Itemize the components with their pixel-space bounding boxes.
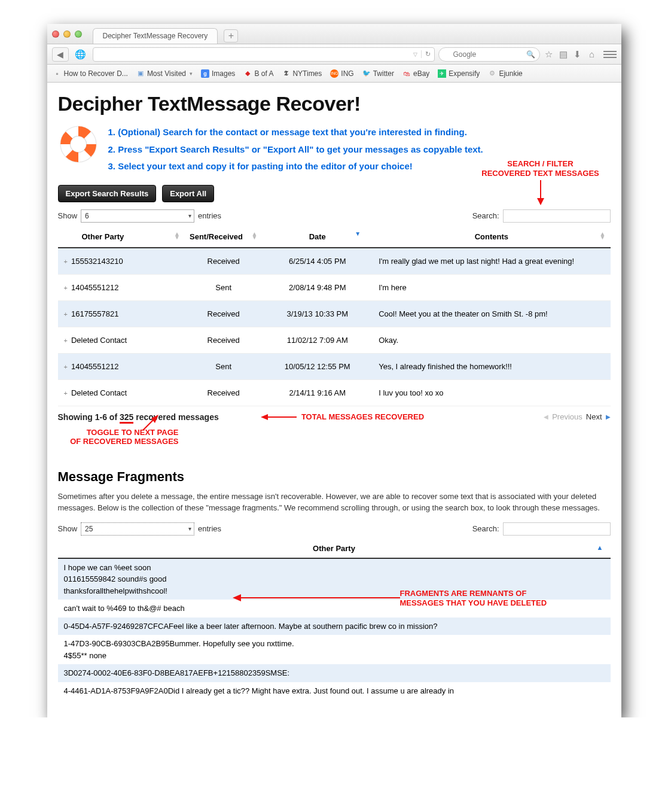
cell-dir: Received <box>185 248 262 275</box>
browser-toolbar: ◀ 🌐 ▽ ↻ g 🔍 ☆ ▤ ⬇ ⌂ <box>47 44 621 65</box>
fragment-cell: 4-4461-AD1A-8753F9A9F2A0Did I already ge… <box>58 682 611 700</box>
entries-label: entries <box>198 524 221 533</box>
reload-icon[interactable]: ↻ <box>421 50 431 58</box>
expand-icon[interactable]: + <box>64 258 68 265</box>
arrow-left-icon: ◀ <box>57 50 63 59</box>
pagination: ◀ Previous Next ▶ <box>544 412 610 421</box>
bookmark-item[interactable]: 🐦Twitter <box>362 69 394 78</box>
dropdown-icon: ▽ <box>413 51 417 57</box>
cell-dir: Received <box>185 300 262 327</box>
next-icon: ▶ <box>606 413 611 420</box>
ing-icon: ING <box>330 69 338 78</box>
bookmark-item[interactable]: 𝕿NYTimes <box>282 69 322 78</box>
url-bar[interactable]: ▽ ↻ <box>93 47 435 62</box>
bookmark-item[interactable]: ✈Expensify <box>438 69 480 78</box>
cell-contents: Yes, I already finished the homework!!! <box>373 353 610 379</box>
export-all-button[interactable]: Export All <box>162 185 214 202</box>
cell-date: 11/02/12 7:09 AM <box>262 327 373 353</box>
svg-marker-5 <box>151 415 158 423</box>
folder-icon: ▣ <box>136 69 145 78</box>
cell-date: 2/08/14 9:48 PM <box>262 274 373 300</box>
cell-contents: Cool! Meet you at the theater on Smith S… <box>373 300 610 327</box>
cell-party: 14045551212 <box>71 283 119 292</box>
bookmarks-bar: ▫How to Recover D... ▣Most Visited▾ gIma… <box>47 65 621 83</box>
chevron-down-icon: ▾ <box>190 71 193 77</box>
expand-icon[interactable]: + <box>64 284 68 291</box>
expand-icon[interactable]: + <box>64 363 68 370</box>
bookmark-item[interactable]: ▫How to Recover D... <box>53 69 128 78</box>
sort-icon: ▼ <box>355 232 361 236</box>
table-row: +Deleted ContactReceived11/02/12 7:09 AM… <box>58 327 611 353</box>
download-icon[interactable]: ⬇ <box>572 49 583 60</box>
cell-dir: Sent <box>185 274 262 300</box>
col-fragment[interactable]: Other Party▲ <box>58 539 611 558</box>
col-sent-received[interactable]: Sent/Received▲▼ <box>185 226 262 248</box>
search-label: Search: <box>472 211 499 220</box>
previous-button[interactable]: Previous <box>552 412 582 421</box>
expand-icon[interactable]: + <box>64 390 68 397</box>
step-1: 1. (Optional) Search for the contact or … <box>108 124 483 141</box>
expand-icon[interactable]: + <box>64 311 68 318</box>
new-tab-button[interactable]: + <box>224 29 238 42</box>
window-titlebar: Decipher TextMessage Recovery + <box>47 24 621 44</box>
browser-search-input[interactable] <box>438 47 540 62</box>
browser-tab[interactable]: Decipher TextMessage Recovery <box>93 28 218 44</box>
cell-party: 14045551212 <box>71 362 119 371</box>
cell-date: 6/25/14 4:05 PM <box>262 248 373 275</box>
fragments-show-select[interactable]: 25 <box>81 522 194 536</box>
step-2: 2. Press "Export Search Results" or "Exp… <box>108 141 483 159</box>
twitter-icon: 🐦 <box>362 69 371 78</box>
tab-title: Decipher TextMessage Recovery <box>103 32 208 40</box>
cell-party: Deleted Contact <box>71 336 127 345</box>
bookmark-item[interactable]: INGING <box>330 69 353 78</box>
bofa-icon: ◆ <box>243 69 252 78</box>
svg-marker-3 <box>261 414 268 420</box>
next-button[interactable]: Next <box>586 412 602 421</box>
export-search-results-button[interactable]: Export Search Results <box>58 185 157 202</box>
col-contents[interactable]: Contents▲▼ <box>373 226 610 248</box>
table-row: +14045551212Sent10/05/12 12:55 PMYes, I … <box>58 353 611 379</box>
messages-search-input[interactable] <box>503 209 611 223</box>
fragments-heading: Message Fragments <box>58 469 611 485</box>
back-button[interactable]: ◀ <box>52 47 69 62</box>
bookmark-item[interactable]: ⚙Ejunkie <box>488 69 522 78</box>
show-entries-select[interactable]: 6 <box>81 209 194 223</box>
cell-date: 2/14/11 9:16 AM <box>262 379 373 406</box>
entries-label: entries <box>198 211 221 220</box>
table-row: +14045551212Sent2/08/14 9:48 PMI'm here <box>58 274 611 300</box>
zoom-window-button[interactable] <box>75 31 82 38</box>
expand-icon[interactable]: + <box>64 337 68 344</box>
sort-icon: ▲▼ <box>251 232 257 239</box>
fragments-search-input[interactable] <box>503 522 611 536</box>
table-row: +Deleted ContactReceived2/14/11 9:16 AMI… <box>58 379 611 406</box>
page-title: Decipher TextMessage Recover! <box>58 92 611 115</box>
annotation-total: TOTAL MESSAGES RECOVERED <box>261 412 424 422</box>
page-icon: ▫ <box>53 69 62 78</box>
bookmark-item[interactable]: ▣Most Visited▾ <box>136 69 193 78</box>
globe-icon[interactable]: 🌐 <box>72 47 89 62</box>
sort-icon: ▲▼ <box>174 232 180 239</box>
step-3: 3. Select your text and copy it for past… <box>108 158 483 175</box>
home-icon[interactable]: ⌂ <box>587 49 597 60</box>
sort-asc-icon: ▲ <box>597 544 603 551</box>
bookmark-item[interactable]: ◆B of A <box>243 69 273 78</box>
bookmark-item[interactable]: 🛍eBay <box>402 69 429 78</box>
col-date[interactable]: Date▼ <box>262 226 373 248</box>
col-other-party[interactable]: Other Party▲▼ <box>58 226 185 248</box>
reader-icon[interactable]: ▤ <box>558 49 569 60</box>
cell-dir: Received <box>185 327 262 353</box>
table-row: 4-4461-AD1A-8753F9A9F2A0Did I already ge… <box>58 682 611 700</box>
cell-dir: Received <box>185 379 262 406</box>
menu-icon[interactable] <box>603 51 617 58</box>
search-icon: 🔍 <box>526 50 535 59</box>
cell-party: 16175557821 <box>71 309 119 318</box>
table-row: 1-47D3-90CB-69303CBA2B95Bummer. Hopefull… <box>58 635 611 664</box>
star-icon[interactable]: ☆ <box>544 49 554 60</box>
minimize-window-button[interactable] <box>63 31 71 38</box>
cell-contents: I'm really glad we met up last night! Ha… <box>373 248 610 275</box>
fragments-description: Sometimes after you delete a message, th… <box>58 491 611 514</box>
search-label: Search: <box>472 524 499 533</box>
close-window-button[interactable] <box>52 31 59 38</box>
sort-icon: ▲▼ <box>600 232 606 239</box>
bookmark-item[interactable]: gImages <box>201 69 235 78</box>
